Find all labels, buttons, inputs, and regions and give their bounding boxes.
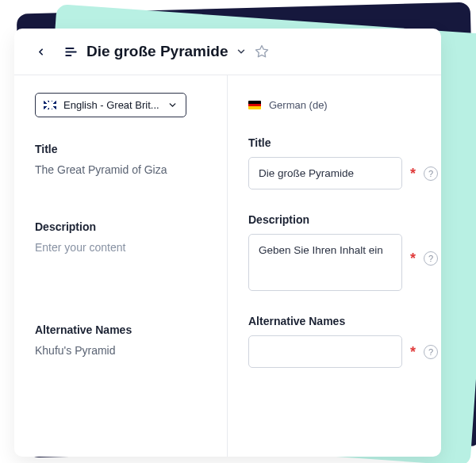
chevron-down-icon — [167, 100, 178, 110]
target-altnames-block: Alternative Names * ? — [248, 315, 440, 368]
title-dropdown-toggle[interactable] — [236, 46, 247, 57]
source-altnames-block: Alternative Names Khufu's Pyramid — [35, 323, 206, 357]
target-title-input[interactable] — [248, 157, 402, 189]
source-title-block: Title The Great Pyramid of Giza — [35, 143, 206, 176]
flag-de-icon — [248, 101, 261, 109]
source-locale-selector[interactable]: English - Great Brit... — [35, 93, 186, 117]
source-altnames-value: Khufu's Pyramid — [35, 344, 206, 357]
target-title-block: Title * ? — [248, 136, 440, 189]
chevron-down-icon — [236, 46, 247, 57]
target-locale-indicator: German (de) — [248, 93, 440, 116]
source-description-block: Description Enter your content — [35, 220, 206, 254]
target-title-label: Title — [248, 136, 440, 149]
page-title: Die große Pyramide — [86, 43, 228, 60]
flag-uk-icon — [44, 101, 56, 109]
source-title-value: The Great Pyramid of Giza — [35, 163, 206, 176]
source-locale-label: English - Great Brit... — [63, 99, 159, 111]
target-altnames-input[interactable] — [248, 335, 402, 368]
help-button[interactable]: ? — [424, 345, 438, 359]
source-description-label: Description — [35, 220, 206, 233]
editor-panel: Die große Pyramide English - Great Brit.… — [14, 29, 441, 457]
target-locale-column: German (de) Title * ? Description * ? — [228, 75, 441, 457]
help-button[interactable]: ? — [424, 166, 438, 181]
target-altnames-label: Alternative Names — [248, 315, 440, 327]
target-description-label: Description — [248, 213, 440, 226]
source-description-placeholder: Enter your content — [35, 241, 206, 254]
required-indicator: * — [410, 345, 416, 359]
target-locale-label: German (de) — [269, 99, 328, 111]
svg-rect-0 — [65, 47, 74, 48]
svg-rect-1 — [65, 51, 76, 52]
required-indicator: * — [410, 251, 416, 266]
source-title-label: Title — [35, 143, 206, 155]
help-button[interactable]: ? — [424, 251, 438, 266]
svg-marker-3 — [256, 46, 268, 57]
header-bar: Die große Pyramide — [14, 29, 441, 75]
target-description-input[interactable] — [248, 234, 402, 291]
target-description-block: Description * ? — [248, 213, 440, 291]
required-indicator: * — [410, 166, 416, 181]
favorite-toggle[interactable] — [255, 44, 269, 59]
editor-body: English - Great Brit... Title The Great … — [14, 75, 441, 457]
source-altnames-label: Alternative Names — [35, 323, 206, 336]
back-button[interactable] — [32, 43, 49, 60]
star-icon — [255, 44, 269, 59]
content-type-icon — [63, 44, 79, 59]
breadcrumb: Die große Pyramide — [63, 43, 269, 60]
chevron-left-icon — [36, 47, 46, 57]
svg-rect-2 — [65, 54, 71, 55]
source-locale-column: English - Great Brit... Title The Great … — [14, 75, 228, 457]
